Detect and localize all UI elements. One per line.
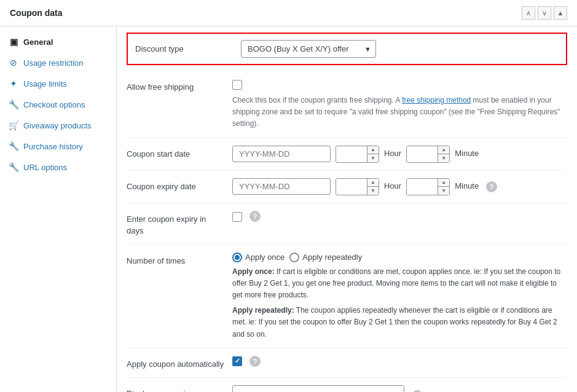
coupon-expiry-date-content: ▲ ▼ Hour ▲ ▼ xyxy=(232,178,567,195)
apply-once-radio-item[interactable]: Apply once xyxy=(232,253,285,262)
coupon-expiry-hour-spinner: ▲ ▼ xyxy=(336,178,379,195)
sidebar-item-usage-restriction[interactable]: ⊘ Usage restriction xyxy=(0,52,116,73)
display-coupon-in-inline: Please select ▼ ? xyxy=(232,385,567,392)
coupon-start-hour-btns: ▲ ▼ xyxy=(367,146,379,162)
coupon-start-minute-down-btn[interactable]: ▼ xyxy=(438,154,449,162)
free-shipping-checkbox[interactable] xyxy=(232,80,242,90)
giveaway-icon: 🛒 xyxy=(9,120,18,130)
apply-repeatedly-label: Apply repeatedly xyxy=(302,253,362,262)
coupon-start-minute-spinner: ▲ ▼ xyxy=(406,146,450,163)
apply-coupon-auto-content: ? xyxy=(232,356,567,367)
coupon-expiry-days-label: Enter coupon expiry in days xyxy=(127,211,225,237)
coupon-start-hour-label: Hour xyxy=(384,147,401,160)
coupon-expiry-minute-label: Minute xyxy=(455,180,479,193)
coupon-start-minute-label: Minute xyxy=(455,147,479,160)
window-controls: ∧ ∨ ▲ xyxy=(522,6,567,20)
coupon-start-minute-up-btn[interactable]: ▲ xyxy=(438,146,449,154)
display-coupon-in-select[interactable]: Please select ▼ xyxy=(232,385,404,392)
apply-coupon-auto-help-icon[interactable]: ? xyxy=(249,356,261,367)
apply-repeatedly-radio[interactable] xyxy=(289,253,299,262)
number-of-times-row: Number of times Apply once Apply repeate… xyxy=(127,245,567,348)
coupon-expiry-minute-spinner: ▲ ▼ xyxy=(406,178,450,195)
sidebar-item-giveaway-products[interactable]: 🛒 Giveaway products xyxy=(0,115,116,136)
number-of-times-label: Number of times xyxy=(127,253,225,267)
sidebar: ▣ General ⊘ Usage restriction ✦ Usage li… xyxy=(0,26,117,392)
coupon-start-minute-btns: ▲ ▼ xyxy=(438,146,449,162)
url-icon: 🔧 xyxy=(9,162,18,172)
restore-btn[interactable]: ∨ xyxy=(538,6,551,20)
free-shipping-content: Check this box if the coupon grants free… xyxy=(232,79,567,130)
display-coupon-in-content: Please select ▼ ? xyxy=(232,385,567,392)
sidebar-item-usage-limits[interactable]: ✦ Usage limits xyxy=(0,73,116,94)
free-shipping-row: Allow free shipping Check this box if th… xyxy=(127,71,567,138)
apply-once-label: Apply once xyxy=(245,253,285,262)
restriction-icon: ⊘ xyxy=(9,58,18,68)
coupon-expiry-minute-up-btn[interactable]: ▲ xyxy=(438,179,449,187)
coupon-start-date-label: Coupon start date xyxy=(127,146,225,160)
discount-type-label: Discount type xyxy=(135,44,234,53)
coupon-start-hour-down-btn[interactable]: ▼ xyxy=(367,154,379,162)
coupon-expiry-date-input[interactable] xyxy=(232,178,331,195)
general-icon: ▣ xyxy=(9,37,18,47)
coupon-expiry-hour-btns: ▲ ▼ xyxy=(367,179,379,195)
free-shipping-inline: Check this box if the coupon grants free… xyxy=(232,79,567,130)
coupon-expiry-minute-input[interactable] xyxy=(407,179,438,194)
coupon-expiry-minute-btns: ▲ ▼ xyxy=(438,179,449,195)
coupon-start-hour-spinner: ▲ ▼ xyxy=(336,146,379,163)
sidebar-item-checkout-options[interactable]: 🔧 Checkout options xyxy=(0,94,116,115)
apply-coupon-auto-inline: ? xyxy=(232,356,567,367)
coupon-start-date-row: Coupon start date ▲ ▼ Hour xyxy=(127,138,567,171)
coupon-expiry-hour-down-btn[interactable]: ▼ xyxy=(367,187,379,195)
free-shipping-text: Check this box if the coupon grants free… xyxy=(232,95,567,130)
discount-type-select-wrapper: BOGO (Buy X Get X/Y) offer Percentage di… xyxy=(241,40,376,58)
apply-repeatedly-info: Apply repeatedly: The coupon applies rep… xyxy=(232,305,567,340)
coupon-start-date-inline: ▲ ▼ Hour ▲ ▼ xyxy=(232,146,567,163)
display-coupon-in-label: Display coupon in xyxy=(127,385,225,392)
apply-coupon-auto-checkbox[interactable] xyxy=(232,356,242,366)
coupon-expiry-minute-down-btn[interactable]: ▼ xyxy=(438,187,449,195)
maximize-btn[interactable]: ▲ xyxy=(554,6,567,20)
apply-coupon-auto-label: Apply coupon automatically xyxy=(127,356,225,370)
discount-type-row: Discount type BOGO (Buy X Get X/Y) offer… xyxy=(127,33,567,65)
coupon-expiry-hour-input[interactable] xyxy=(336,179,367,194)
number-of-times-content: Apply once Apply repeatedly Apply once: … xyxy=(232,253,567,340)
display-coupon-in-row: Display coupon in Please select ▼ ? xyxy=(127,378,567,392)
coupon-expiry-date-inline: ▲ ▼ Hour ▲ ▼ xyxy=(232,178,567,195)
minimize-btn[interactable]: ∧ xyxy=(522,6,535,20)
checkout-icon: 🔧 xyxy=(9,100,18,109)
coupon-start-date-content: ▲ ▼ Hour ▲ ▼ xyxy=(232,146,567,163)
coupon-expiry-days-content: ? xyxy=(232,211,567,222)
coupon-expiry-date-label: Coupon expiry date xyxy=(127,178,225,193)
coupon-expiry-date-row: Coupon expiry date ▲ ▼ Hour xyxy=(127,171,567,203)
apply-repeatedly-radio-item[interactable]: Apply repeatedly xyxy=(289,253,362,262)
free-shipping-label: Allow free shipping xyxy=(127,79,225,93)
coupon-start-minute-input[interactable] xyxy=(407,146,438,162)
coupon-start-hour-input[interactable] xyxy=(336,146,367,162)
main-content: Discount type BOGO (Buy X Get X/Y) offer… xyxy=(117,26,577,392)
coupon-start-hour-up-btn[interactable]: ▲ xyxy=(367,146,379,154)
sidebar-item-general[interactable]: ▣ General xyxy=(0,31,116,52)
coupon-expiry-hour-up-btn[interactable]: ▲ xyxy=(367,179,379,187)
coupon-expiry-days-checkbox[interactable] xyxy=(232,212,242,222)
coupon-start-date-input[interactable] xyxy=(232,146,331,162)
window-title: Coupon data xyxy=(10,8,63,18)
sidebar-item-url-options[interactable]: 🔧 URL options xyxy=(0,157,116,178)
limits-icon: ✦ xyxy=(9,79,18,88)
sidebar-item-purchase-history[interactable]: 🔧 Purchase history xyxy=(0,136,116,157)
coupon-expiry-hour-label: Hour xyxy=(384,180,401,193)
apply-once-info: Apply once: If cart is eligible or condi… xyxy=(232,266,567,302)
coupon-expiry-days-inline: ? xyxy=(232,211,567,222)
free-shipping-link[interactable]: free shipping method xyxy=(402,96,471,104)
coupon-expiry-help-icon[interactable]: ? xyxy=(486,181,497,192)
purchase-icon: 🔧 xyxy=(9,141,18,151)
apply-once-radio[interactable] xyxy=(232,253,242,262)
apply-coupon-auto-row: Apply coupon automatically ? xyxy=(127,348,567,378)
coupon-expiry-days-help-icon[interactable]: ? xyxy=(249,211,261,222)
coupon-expiry-days-row: Enter coupon expiry in days ? xyxy=(127,203,567,245)
discount-type-select[interactable]: BOGO (Buy X Get X/Y) offer Percentage di… xyxy=(241,40,376,58)
form-section: Allow free shipping Check this box if th… xyxy=(117,71,577,392)
number-of-times-radios: Apply once Apply repeatedly xyxy=(232,253,567,262)
